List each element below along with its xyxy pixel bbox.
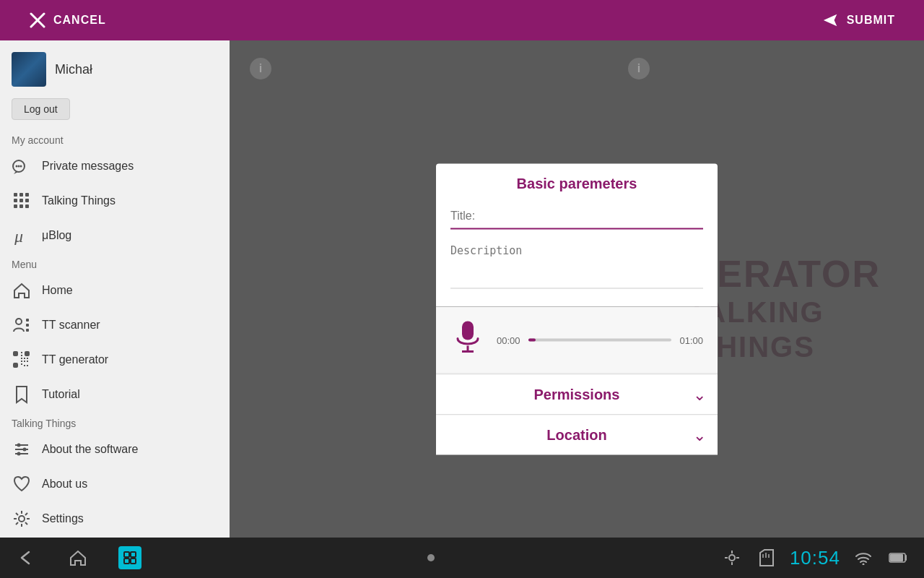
svg-line-49 xyxy=(16,513,18,515)
sidebar-item-tutorial[interactable]: Tutorial xyxy=(0,377,230,412)
nav-dot xyxy=(427,554,435,561)
svg-rect-58 xyxy=(124,558,129,564)
location-label: Location xyxy=(546,427,606,444)
ublog-label: μBlog xyxy=(42,229,71,242)
svg-rect-12 xyxy=(25,199,29,202)
svg-rect-14 xyxy=(19,204,23,208)
username: Michał xyxy=(55,62,92,77)
description-input[interactable] xyxy=(450,238,703,289)
talking-things-label: Talking Things xyxy=(42,194,116,207)
svg-point-43 xyxy=(17,452,21,456)
svg-rect-34 xyxy=(27,361,28,362)
tt-scanner-label: TT scanner xyxy=(42,319,100,332)
svg-rect-10 xyxy=(14,199,17,202)
location-section[interactable]: Location ⌄ xyxy=(436,415,718,455)
svg-point-5 xyxy=(18,165,20,168)
svg-point-42 xyxy=(23,448,27,452)
time-display: 10:54 xyxy=(790,547,840,569)
svg-point-4 xyxy=(16,165,18,168)
sidebar-item-tt-generator[interactable]: TT generator xyxy=(0,342,230,377)
svg-rect-11 xyxy=(19,199,23,202)
sidebar: Michał Log out My account Private messag… xyxy=(0,40,230,578)
audio-timeline: 00:00 01:00 xyxy=(497,335,703,345)
message-icon xyxy=(12,156,32,176)
user-section: Michał xyxy=(0,40,230,98)
bottom-navigation: 10:54 xyxy=(0,538,924,578)
svg-line-51 xyxy=(25,513,27,515)
svg-point-60 xyxy=(729,555,735,561)
private-messages-label: Private messages xyxy=(42,160,134,173)
home-nav-button[interactable] xyxy=(66,546,90,569)
timeline-progress xyxy=(528,339,536,342)
svg-point-68 xyxy=(862,564,864,566)
svg-rect-36 xyxy=(24,365,25,366)
svg-point-44 xyxy=(19,516,25,522)
svg-rect-27 xyxy=(21,352,22,353)
person-grid-icon xyxy=(12,315,32,335)
svg-rect-33 xyxy=(24,361,25,362)
sidebar-item-about-software[interactable]: About the software xyxy=(0,432,230,467)
modal-dialog: Basic paremeters 00:00 xyxy=(436,164,718,455)
back-button[interactable] xyxy=(14,546,38,569)
submit-button[interactable]: SUBMIT xyxy=(822,12,895,29)
svg-line-52 xyxy=(16,522,18,525)
svg-rect-9 xyxy=(25,193,29,197)
location-chevron-icon: ⌄ xyxy=(693,426,706,444)
grid-icon xyxy=(12,191,32,211)
svg-rect-15 xyxy=(25,204,29,208)
svg-rect-8 xyxy=(19,193,23,197)
audio-controls: 00:00 01:00 xyxy=(497,335,703,345)
recent-apps-button[interactable] xyxy=(118,546,141,569)
sidebar-item-tt-scanner[interactable]: TT scanner xyxy=(0,308,230,342)
svg-rect-35 xyxy=(21,363,22,365)
svg-text:μ: μ xyxy=(14,227,23,245)
wifi-icon xyxy=(852,546,875,569)
about-us-label: About us xyxy=(42,478,87,491)
svg-rect-53 xyxy=(462,322,474,340)
svg-rect-26 xyxy=(14,364,17,366)
mu-icon: μ xyxy=(12,225,32,246)
location-nav-icon xyxy=(720,546,744,569)
title-input[interactable] xyxy=(450,204,703,230)
sidebar-item-talking-things[interactable]: Talking Things xyxy=(0,184,230,218)
svg-rect-57 xyxy=(131,552,136,557)
permissions-section[interactable]: Permissions ⌄ xyxy=(436,374,718,415)
nav-center-section xyxy=(427,554,435,561)
permissions-label: Permissions xyxy=(534,387,620,403)
qr-icon xyxy=(12,350,32,370)
settings-adjust-icon xyxy=(12,439,32,460)
sd-card-icon xyxy=(755,546,778,569)
bookmark-icon xyxy=(12,384,32,405)
sidebar-item-home[interactable]: Home xyxy=(0,273,230,308)
svg-marker-2 xyxy=(824,14,837,27)
svg-point-6 xyxy=(20,165,22,168)
main-content: Michał Log out My account Private messag… xyxy=(0,40,924,578)
svg-rect-30 xyxy=(24,358,25,359)
svg-rect-20 xyxy=(26,329,29,332)
logout-button[interactable]: Log out xyxy=(12,98,70,120)
heart-icon xyxy=(12,474,32,494)
svg-rect-13 xyxy=(14,204,17,208)
sidebar-item-about-us[interactable]: About us xyxy=(0,467,230,501)
sidebar-item-ublog[interactable]: μ μBlog xyxy=(0,218,230,253)
svg-rect-31 xyxy=(27,358,28,359)
sidebar-item-settings[interactable]: Settings xyxy=(0,501,230,536)
microphone-icon[interactable] xyxy=(450,319,485,362)
home-label: Home xyxy=(42,284,73,297)
svg-rect-24 xyxy=(26,353,28,355)
cancel-button[interactable]: CANCEL xyxy=(29,12,106,29)
svg-rect-56 xyxy=(124,552,129,557)
avatar xyxy=(12,52,46,87)
svg-rect-18 xyxy=(26,319,29,322)
svg-rect-59 xyxy=(131,558,136,564)
modal-form-section: Basic paremeters xyxy=(436,164,718,307)
svg-rect-19 xyxy=(26,324,29,327)
content-area: i i GENERATOR TALKING THINGS Basic parem… xyxy=(230,40,924,578)
modal-title: Basic paremeters xyxy=(450,176,703,192)
permissions-chevron-icon: ⌄ xyxy=(693,385,706,404)
home-icon xyxy=(12,280,32,301)
timeline-bar[interactable] xyxy=(528,339,671,342)
sidebar-item-private-messages[interactable]: Private messages xyxy=(0,149,230,184)
svg-point-17 xyxy=(16,319,22,324)
nav-left-section xyxy=(14,546,141,569)
